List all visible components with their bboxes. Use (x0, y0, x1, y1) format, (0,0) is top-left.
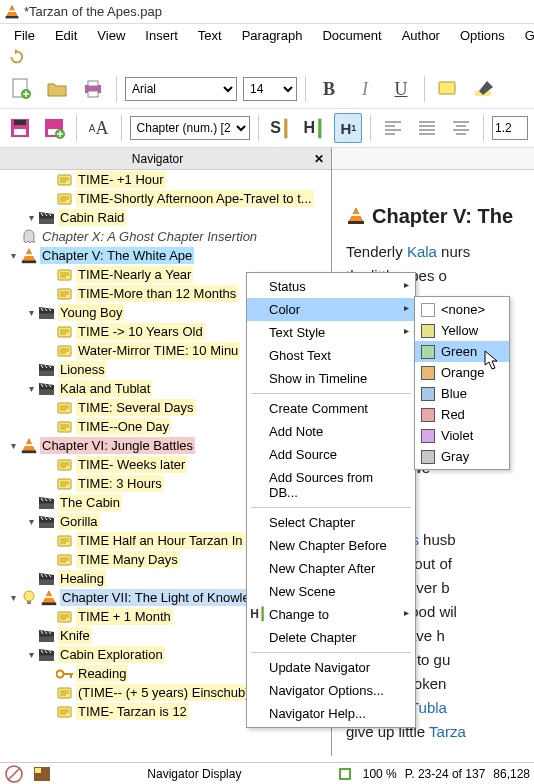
undo-icon[interactable] (6, 48, 24, 66)
menu-view[interactable]: View (87, 26, 135, 45)
ctx-text-style[interactable]: Text Style (247, 321, 415, 344)
scene-h-button[interactable]: S┃ (267, 113, 295, 143)
color-label: Yellow (441, 323, 478, 338)
tree-twist-icon[interactable]: ▾ (24, 383, 38, 394)
ctx-delete-chapter[interactable]: Delete Chapter (247, 626, 415, 649)
ctx-add-sources-from-db-[interactable]: Add Sources from DB... (247, 466, 415, 504)
status-icon-2[interactable] (32, 765, 52, 783)
note-icon (56, 476, 74, 492)
ctx-navigator-options-[interactable]: Navigator Options... (247, 679, 415, 702)
scene-icon (38, 495, 56, 511)
tree-item-label: Reading (76, 665, 128, 682)
color-orange[interactable]: Orange (415, 362, 509, 383)
ctx-select-chapter[interactable]: Select Chapter (247, 511, 415, 534)
menu-file[interactable]: File (4, 26, 45, 45)
note-button[interactable] (433, 74, 463, 104)
underline-button[interactable]: U (386, 74, 416, 104)
zoom-icon[interactable] (337, 766, 355, 782)
ctx-show-in-timeline[interactable]: Show in Timeline (247, 367, 415, 390)
navigator-display-label[interactable]: Navigator Display (147, 767, 241, 781)
tree-twist-icon[interactable]: ▾ (6, 250, 20, 261)
color-swatch (421, 366, 435, 380)
ctx-create-comment[interactable]: Create Comment (247, 397, 415, 420)
tree-item[interactable]: ▾Chapter V: The White Ape (0, 246, 331, 265)
font-size-select[interactable]: 14 (243, 77, 297, 101)
tree-item[interactable]: TIME- +1 Hour (0, 170, 331, 189)
italic-button[interactable]: I (350, 74, 380, 104)
menu-paragraph[interactable]: Paragraph (232, 26, 313, 45)
tree-item-label: Cabin Raid (58, 209, 126, 226)
tree-twist-icon[interactable]: ▾ (6, 592, 20, 603)
menu-guide[interactable]: Guide (515, 26, 534, 45)
ctx-status[interactable]: Status (247, 275, 415, 298)
open-doc-button[interactable] (42, 74, 72, 104)
ctx-new-scene[interactable]: New Scene (247, 580, 415, 603)
bulb-icon (20, 590, 38, 606)
tree-item[interactable]: Chapter X: A Ghost Chapter Insertion (0, 227, 331, 246)
page-indicator: P. 23-24 of 137 (405, 767, 486, 781)
tree-item-label: TIME-Nearly a Year (76, 266, 193, 283)
line-spacing-input[interactable] (492, 116, 528, 140)
color-gray[interactable]: Gray (415, 446, 509, 467)
bold-button[interactable]: B (314, 74, 344, 104)
note-icon (56, 609, 74, 625)
tree-twist-icon[interactable]: ▾ (24, 307, 38, 318)
print-button[interactable] (78, 74, 108, 104)
font-select[interactable]: Arial (125, 77, 237, 101)
align-justify-button[interactable] (413, 113, 441, 143)
close-icon[interactable]: ✕ (311, 151, 327, 167)
menu-options[interactable]: Options (450, 26, 515, 45)
menu-edit[interactable]: Edit (45, 26, 87, 45)
ctx-new-chapter-before[interactable]: New Chapter Before (247, 534, 415, 557)
tree-item-label: Cabin Exploration (58, 646, 165, 663)
tree-item-label: TIME Half an Hour Tarzan In (76, 532, 245, 549)
color--none-[interactable]: <none> (415, 299, 509, 320)
chapter-icon (346, 206, 366, 226)
tree-item-label: (TIME-- (+ 5 years) Einschub) (76, 684, 252, 701)
h1-button[interactable]: H1 (334, 113, 362, 143)
color-blue[interactable]: Blue (415, 383, 509, 404)
color-violet[interactable]: Violet (415, 425, 509, 446)
align-center-button[interactable] (447, 113, 475, 143)
tree-item[interactable]: TIME-Shortly Afternoon Ape-Travel to t..… (0, 189, 331, 208)
ctx-new-chapter-after[interactable]: New Chapter After (247, 557, 415, 580)
char-count: 86,128 (493, 767, 530, 781)
menu-author[interactable]: Author (392, 26, 450, 45)
status-icon-1[interactable] (4, 765, 24, 783)
align-left-button[interactable] (379, 113, 407, 143)
note-icon (56, 343, 74, 359)
tree-twist-icon[interactable]: ▾ (24, 516, 38, 527)
zoom-level[interactable]: 100 % (363, 767, 397, 781)
new-doc-button[interactable] (6, 74, 36, 104)
ctx-change-to[interactable]: Change toH┃ (247, 603, 415, 626)
ctx-navigator-help-[interactable]: Navigator Help... (247, 702, 415, 725)
ctx-add-source[interactable]: Add Source (247, 443, 415, 466)
ctx-color[interactable]: Color (247, 298, 415, 321)
menu-document[interactable]: Document (312, 26, 391, 45)
ctx-add-note[interactable]: Add Note (247, 420, 415, 443)
key-icon (56, 666, 74, 682)
tree-twist-icon[interactable]: ▾ (24, 212, 38, 223)
highlight-button[interactable] (469, 74, 499, 104)
ctx-ghost-text[interactable]: Ghost Text (247, 344, 415, 367)
menu-insert[interactable]: Insert (135, 26, 188, 45)
scene-icon (38, 362, 56, 378)
svg-rect-24 (439, 82, 455, 94)
save-as-button[interactable] (40, 113, 68, 143)
ctx-update-navigator[interactable]: Update Navigator (247, 656, 415, 679)
tree-twist-icon[interactable]: ▾ (24, 649, 38, 660)
tree-item-label: TIME: Several Days (76, 399, 196, 416)
window-title: *Tarzan of the Apes.pap (24, 4, 162, 19)
menu-text[interactable]: Text (188, 26, 232, 45)
h-break-button[interactable]: H┃ (300, 113, 328, 143)
color-red[interactable]: Red (415, 404, 509, 425)
color-submenu: <none>YellowGreenOrangeBlueRedVioletGray (414, 296, 510, 470)
tree-twist-icon[interactable]: ▾ (6, 440, 20, 451)
para-style-select[interactable]: Chapter (num.) [2] (130, 116, 250, 140)
color-yellow[interactable]: Yellow (415, 320, 509, 341)
save-button[interactable] (6, 113, 34, 143)
tree-item-label: Kala and Tublat (58, 380, 152, 397)
font-style-button[interactable]: AA (85, 113, 113, 143)
color-green[interactable]: Green (415, 341, 509, 362)
tree-item[interactable]: ▾Cabin Raid (0, 208, 331, 227)
